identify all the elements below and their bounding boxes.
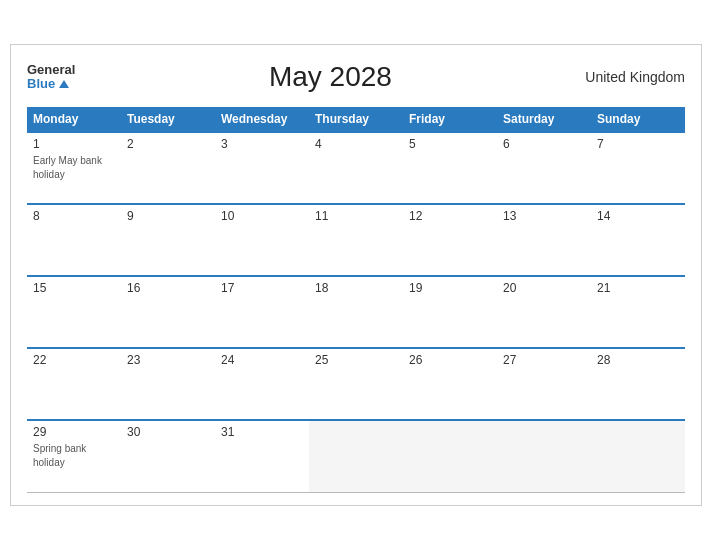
cell-w4-d3: 24 <box>215 348 309 420</box>
day-number: 18 <box>315 281 397 295</box>
cell-w2-d1: 8 <box>27 204 121 276</box>
day-number: 20 <box>503 281 585 295</box>
day-number: 30 <box>127 425 209 439</box>
day-number: 2 <box>127 137 209 151</box>
calendar-title: May 2028 <box>269 61 392 93</box>
day-number: 26 <box>409 353 491 367</box>
day-number: 29 <box>33 425 115 439</box>
logo-triangle-icon <box>59 80 69 88</box>
cell-w2-d7: 14 <box>591 204 685 276</box>
cell-w3-d6: 20 <box>497 276 591 348</box>
day-number: 19 <box>409 281 491 295</box>
header-friday: Friday <box>403 107 497 132</box>
day-number: 8 <box>33 209 115 223</box>
cell-w3-d1: 15 <box>27 276 121 348</box>
cell-w4-d4: 25 <box>309 348 403 420</box>
day-number: 25 <box>315 353 397 367</box>
cell-w2-d5: 12 <box>403 204 497 276</box>
day-number: 6 <box>503 137 585 151</box>
holiday-label: Spring bank holiday <box>33 443 86 468</box>
cell-w4-d5: 26 <box>403 348 497 420</box>
cell-w4-d6: 27 <box>497 348 591 420</box>
cell-w1-d6: 6 <box>497 132 591 204</box>
header-saturday: Saturday <box>497 107 591 132</box>
holiday-label: Early May bank holiday <box>33 155 102 180</box>
day-number: 16 <box>127 281 209 295</box>
calendar-table: Monday Tuesday Wednesday Thursday Friday… <box>27 107 685 493</box>
cell-w5-d4 <box>309 420 403 492</box>
cell-w3-d7: 21 <box>591 276 685 348</box>
day-number: 14 <box>597 209 679 223</box>
calendar-country: United Kingdom <box>585 69 685 85</box>
day-number: 3 <box>221 137 303 151</box>
calendar-header: General Blue May 2028 United Kingdom <box>27 61 685 93</box>
day-number: 9 <box>127 209 209 223</box>
cell-w5-d3: 31 <box>215 420 309 492</box>
days-header-row: Monday Tuesday Wednesday Thursday Friday… <box>27 107 685 132</box>
week-row-5: 29Spring bank holiday3031 <box>27 420 685 492</box>
day-number: 15 <box>33 281 115 295</box>
day-number: 22 <box>33 353 115 367</box>
cell-w3-d3: 17 <box>215 276 309 348</box>
week-row-1: 1Early May bank holiday234567 <box>27 132 685 204</box>
cell-w2-d6: 13 <box>497 204 591 276</box>
cell-w1-d5: 5 <box>403 132 497 204</box>
cell-w1-d3: 3 <box>215 132 309 204</box>
day-number: 21 <box>597 281 679 295</box>
day-number: 7 <box>597 137 679 151</box>
day-number: 11 <box>315 209 397 223</box>
day-number: 31 <box>221 425 303 439</box>
day-number: 24 <box>221 353 303 367</box>
week-row-4: 22232425262728 <box>27 348 685 420</box>
logo-general-text: General <box>27 63 75 77</box>
cell-w5-d2: 30 <box>121 420 215 492</box>
day-number: 5 <box>409 137 491 151</box>
cell-w4-d1: 22 <box>27 348 121 420</box>
day-number: 28 <box>597 353 679 367</box>
cell-w3-d4: 18 <box>309 276 403 348</box>
cell-w1-d2: 2 <box>121 132 215 204</box>
day-number: 17 <box>221 281 303 295</box>
header-thursday: Thursday <box>309 107 403 132</box>
cell-w3-d5: 19 <box>403 276 497 348</box>
week-row-3: 15161718192021 <box>27 276 685 348</box>
day-number: 12 <box>409 209 491 223</box>
cell-w2-d3: 10 <box>215 204 309 276</box>
cell-w5-d6 <box>497 420 591 492</box>
cell-w2-d4: 11 <box>309 204 403 276</box>
cell-w5-d5 <box>403 420 497 492</box>
cell-w1-d7: 7 <box>591 132 685 204</box>
cell-w5-d7 <box>591 420 685 492</box>
cell-w2-d2: 9 <box>121 204 215 276</box>
header-tuesday: Tuesday <box>121 107 215 132</box>
day-number: 23 <box>127 353 209 367</box>
logo: General Blue <box>27 63 75 92</box>
cell-w1-d4: 4 <box>309 132 403 204</box>
day-number: 1 <box>33 137 115 151</box>
cell-w1-d1: 1Early May bank holiday <box>27 132 121 204</box>
day-number: 13 <box>503 209 585 223</box>
day-number: 27 <box>503 353 585 367</box>
header-monday: Monday <box>27 107 121 132</box>
calendar-wrapper: General Blue May 2028 United Kingdom Mon… <box>10 44 702 506</box>
week-row-2: 891011121314 <box>27 204 685 276</box>
cell-w5-d1: 29Spring bank holiday <box>27 420 121 492</box>
cell-w4-d2: 23 <box>121 348 215 420</box>
header-wednesday: Wednesday <box>215 107 309 132</box>
logo-blue-text: Blue <box>27 77 75 91</box>
day-number: 10 <box>221 209 303 223</box>
header-sunday: Sunday <box>591 107 685 132</box>
cell-w4-d7: 28 <box>591 348 685 420</box>
cell-w3-d2: 16 <box>121 276 215 348</box>
day-number: 4 <box>315 137 397 151</box>
